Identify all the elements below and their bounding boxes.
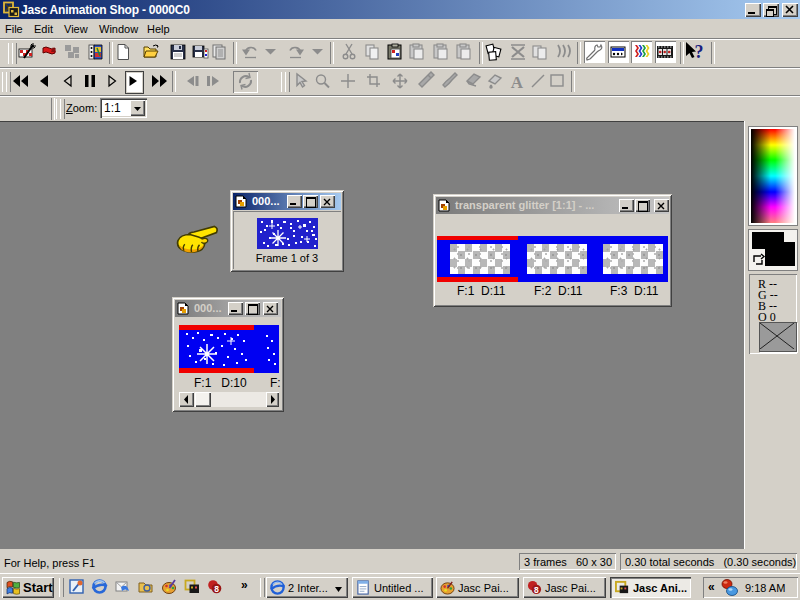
svg-text:8: 8 bbox=[214, 584, 219, 594]
svg-text:A: A bbox=[511, 73, 524, 92]
svg-text:?: ? bbox=[695, 42, 704, 62]
svg-text:8: 8 bbox=[534, 585, 539, 595]
